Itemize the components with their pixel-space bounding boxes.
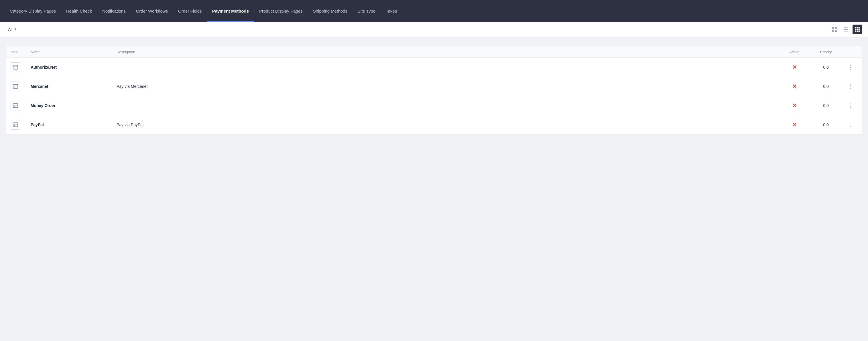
row-menu-button[interactable]: ⋮ bbox=[846, 102, 854, 109]
row-active-money-order: ✕ bbox=[780, 103, 809, 108]
nav-item-order-workflows[interactable]: Order Workflows bbox=[131, 0, 173, 22]
row-desc-paypal: Pay via PayPal. bbox=[117, 123, 780, 127]
svg-rect-9 bbox=[859, 27, 860, 29]
row-icon-authorize-net bbox=[10, 62, 31, 72]
list-view-button[interactable] bbox=[841, 25, 851, 34]
table-row: Mercanet Pay via Mercanet. ✕ 0.0 ⋮ bbox=[6, 77, 862, 96]
row-name-authorize-net: Authorize.Net bbox=[31, 65, 117, 70]
payment-method-icon bbox=[10, 120, 20, 130]
row-name-money-order: Money Order bbox=[31, 103, 117, 108]
svg-rect-27 bbox=[14, 125, 15, 126]
col-header-description: Description bbox=[117, 50, 780, 54]
row-actions-money-order: ⋮ bbox=[843, 102, 858, 109]
row-name-paypal: PayPal bbox=[31, 123, 117, 127]
filter-label: All bbox=[8, 27, 12, 32]
svg-rect-3 bbox=[835, 30, 837, 32]
nav-item-taxes[interactable]: Taxes bbox=[380, 0, 402, 22]
table-row: PayPal Pay via PayPal. ✕ 0.0 ⋮ bbox=[6, 115, 862, 134]
row-menu-button[interactable]: ⋮ bbox=[846, 63, 854, 71]
grid-view-button[interactable] bbox=[830, 25, 839, 34]
inactive-icon: ✕ bbox=[792, 64, 797, 70]
row-active-mercanet: ✕ bbox=[780, 83, 809, 89]
toolbar: All ⬍ bbox=[0, 22, 868, 37]
row-active-paypal: ✕ bbox=[780, 122, 809, 128]
svg-rect-10 bbox=[855, 29, 857, 30]
row-actions-paypal: ⋮ bbox=[843, 121, 858, 129]
svg-rect-4 bbox=[844, 28, 848, 28]
svg-rect-13 bbox=[855, 31, 857, 32]
nav-item-shipping-methods[interactable]: Shipping Methods bbox=[308, 0, 352, 22]
inactive-icon: ✕ bbox=[792, 83, 797, 89]
table-row: Money Order ✕ 0.0 ⋮ bbox=[6, 96, 862, 115]
payment-methods-table: Icon Name Description Active Priority Au… bbox=[6, 46, 862, 134]
dense-grid-view-button[interactable] bbox=[852, 25, 862, 34]
row-active-authorize-net: ✕ bbox=[780, 64, 809, 70]
row-actions-mercanet: ⋮ bbox=[843, 82, 858, 91]
nav-item-site-type[interactable]: Site Type bbox=[352, 0, 380, 22]
row-menu-button[interactable]: ⋮ bbox=[846, 121, 854, 129]
nav-item-category-display-pages[interactable]: Category Display Pages bbox=[5, 0, 61, 22]
svg-rect-6 bbox=[844, 31, 848, 31]
inactive-icon: ✕ bbox=[792, 103, 797, 108]
row-actions-authorize-net: ⋮ bbox=[843, 63, 858, 71]
toolbar-left: All ⬍ bbox=[6, 26, 19, 33]
svg-rect-20 bbox=[13, 86, 18, 87]
nav-item-product-display-pages[interactable]: Product Display Pages bbox=[254, 0, 308, 22]
svg-rect-5 bbox=[844, 29, 848, 30]
row-priority-authorize-net: 0.0 bbox=[809, 65, 843, 70]
toolbar-right bbox=[830, 25, 862, 34]
svg-rect-14 bbox=[857, 31, 858, 32]
col-header-icon: Icon bbox=[10, 50, 31, 54]
svg-rect-2 bbox=[832, 30, 834, 32]
col-header-name: Name bbox=[31, 50, 117, 54]
svg-rect-0 bbox=[832, 27, 834, 29]
table-row: Authorize.Net ✕ 0.0 ⋮ bbox=[6, 58, 862, 77]
svg-rect-8 bbox=[857, 27, 858, 29]
svg-rect-12 bbox=[859, 29, 860, 30]
col-header-priority: Priority bbox=[809, 50, 843, 54]
col-header-actions bbox=[843, 50, 858, 54]
filter-select[interactable]: All ⬍ bbox=[6, 26, 19, 33]
svg-rect-7 bbox=[855, 27, 857, 29]
row-icon-paypal bbox=[10, 120, 31, 130]
spacer bbox=[0, 37, 868, 41]
row-priority-money-order: 0.0 bbox=[809, 103, 843, 108]
nav-item-health-check[interactable]: Health Check bbox=[61, 0, 97, 22]
inactive-icon: ✕ bbox=[792, 122, 797, 128]
nav-item-order-fields[interactable]: Order Fields bbox=[173, 0, 207, 22]
nav-item-payment-methods[interactable]: Payment Methods bbox=[207, 0, 254, 22]
main-content: Icon Name Description Active Priority Au… bbox=[0, 41, 868, 139]
svg-rect-1 bbox=[835, 27, 837, 29]
payment-method-icon bbox=[10, 81, 20, 91]
svg-rect-23 bbox=[13, 105, 18, 106]
row-priority-paypal: 0.0 bbox=[809, 123, 843, 127]
row-desc-mercanet: Pay via Mercanet. bbox=[117, 84, 780, 89]
row-priority-mercanet: 0.0 bbox=[809, 84, 843, 89]
filter-chevron-icon: ⬍ bbox=[14, 28, 17, 31]
svg-rect-17 bbox=[13, 66, 18, 67]
row-icon-money-order bbox=[10, 101, 31, 110]
payment-method-icon bbox=[10, 62, 20, 72]
svg-rect-11 bbox=[857, 29, 858, 30]
col-header-active: Active bbox=[780, 50, 809, 54]
table-header: Icon Name Description Active Priority bbox=[6, 46, 862, 58]
row-menu-button[interactable]: ⋮ bbox=[846, 82, 854, 91]
svg-rect-26 bbox=[13, 124, 18, 125]
svg-rect-21 bbox=[14, 87, 15, 88]
nav-bar: Category Display PagesHealth CheckNotifi… bbox=[0, 0, 868, 22]
nav-item-notifications[interactable]: Notifications bbox=[97, 0, 131, 22]
svg-rect-24 bbox=[14, 106, 15, 107]
svg-rect-15 bbox=[859, 31, 860, 32]
row-name-mercanet: Mercanet bbox=[31, 84, 117, 89]
svg-rect-18 bbox=[14, 68, 15, 68]
row-icon-mercanet bbox=[10, 81, 31, 91]
payment-method-icon bbox=[10, 101, 20, 110]
